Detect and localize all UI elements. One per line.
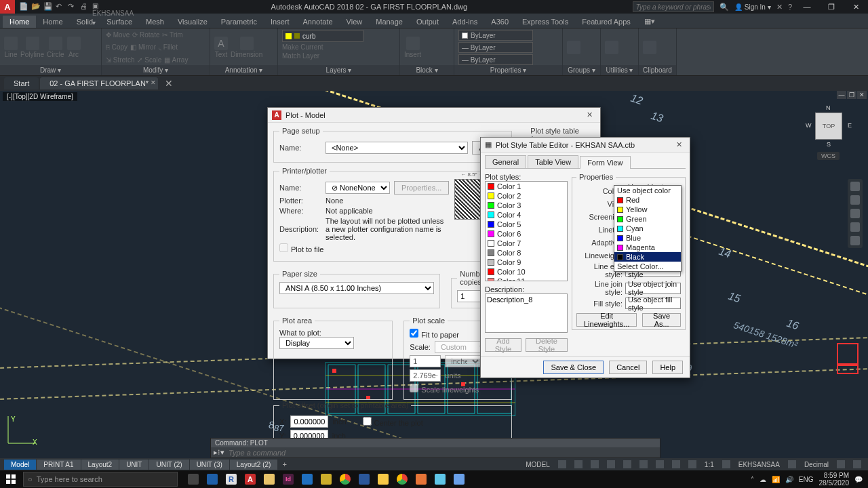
task-view-icon[interactable] xyxy=(184,471,202,487)
ribbon-tab-parametric[interactable]: Parametric xyxy=(214,16,264,28)
ribbon-tab-annotate[interactable]: Annotate xyxy=(296,16,340,28)
window-restore-button[interactable]: ❐ xyxy=(822,0,841,14)
tool-fillet[interactable]: ◟ Fillet xyxy=(159,43,178,51)
ribbon-tab-mesh[interactable]: Mesh xyxy=(139,16,171,28)
tray-notifications-icon[interactable]: 💬 xyxy=(854,476,863,483)
app-ytm-icon[interactable] xyxy=(450,471,468,487)
tool-stretch[interactable]: ⇲ Stretch xyxy=(106,56,134,64)
plotter-properties-button[interactable]: Properties... xyxy=(394,181,449,195)
window-close-button[interactable]: ✕ xyxy=(846,0,865,14)
vp-min-icon[interactable]: — xyxy=(837,91,846,99)
tray-clock[interactable]: 8:59 PM28/5/2020 xyxy=(819,472,850,487)
color-option[interactable]: Use object color xyxy=(614,186,681,195)
tool-move[interactable]: ✥ Move xyxy=(106,31,130,39)
tool-trim[interactable]: ✂ Trim xyxy=(162,31,182,39)
qat-save-icon[interactable]: 💾 xyxy=(43,2,53,12)
plot-style-item[interactable]: Color 3 xyxy=(486,201,567,210)
prop-linejoin[interactable]: Use object join style xyxy=(625,283,681,294)
ribbon-tab-surface[interactable]: Surface xyxy=(100,16,139,28)
help-icon[interactable]: ? xyxy=(788,3,792,11)
file-tab-start[interactable]: Start xyxy=(4,77,39,89)
tool-paste[interactable] xyxy=(643,41,656,54)
nav-zoom-icon[interactable] xyxy=(850,209,860,218)
signin-button[interactable]: 👤 Sign In ▾ xyxy=(734,3,771,11)
prop-linetype[interactable]: — ByLayer xyxy=(458,54,533,65)
layer-dropdown[interactable]: curb xyxy=(282,30,363,42)
status-grid-icon[interactable] xyxy=(558,460,566,468)
panel-groups-title[interactable]: Groups ▾ xyxy=(563,65,600,75)
plot-style-item[interactable]: Color 2 xyxy=(486,191,567,201)
status-polar-icon[interactable] xyxy=(607,460,615,468)
fit-to-paper-check[interactable]: Fit to paper xyxy=(410,331,459,339)
color-option[interactable]: Green xyxy=(614,214,681,224)
command-input[interactable] xyxy=(229,449,657,457)
prop-fill[interactable]: Use object fill style xyxy=(625,298,681,309)
plot-to-file-check[interactable]: Plot to file xyxy=(279,243,323,253)
ribbon-tab-output[interactable]: Output xyxy=(410,16,446,28)
layout-tab-unit3[interactable]: UNIT (3) xyxy=(190,460,229,470)
plot-style-item[interactable]: Color 9 xyxy=(486,258,567,267)
vp-max-icon[interactable]: ❐ xyxy=(847,91,856,99)
layout-tab-model[interactable]: Model xyxy=(4,460,36,470)
layout-tab-unit2[interactable]: UNIT (2) xyxy=(149,460,189,470)
tool-dimension[interactable]: Dimension xyxy=(231,37,262,58)
layer-match[interactable]: Match Layer xyxy=(282,52,319,60)
status-transparency-icon[interactable] xyxy=(688,460,696,468)
layout-tab-2[interactable]: Layout2 xyxy=(81,460,119,470)
status-monitor-icon[interactable] xyxy=(788,460,796,468)
tool-arc[interactable]: Arc xyxy=(67,37,81,58)
status-3dosnap-icon[interactable] xyxy=(639,460,648,468)
status-customize-icon[interactable] xyxy=(853,460,861,468)
tool-copy[interactable]: ⎘ Copy xyxy=(106,43,127,51)
layout-tab-add[interactable]: + xyxy=(278,460,290,468)
layout-tab-unit[interactable]: UNIT xyxy=(119,460,149,470)
pst-tab-tableview[interactable]: Table View xyxy=(528,155,578,168)
plotter-name-select[interactable]: ⊘ NoneNone xyxy=(326,182,390,194)
app-edge-icon[interactable] xyxy=(203,471,221,487)
app-autocad-icon[interactable]: A xyxy=(241,471,259,487)
plot-style-item[interactable]: Color 4 xyxy=(486,210,567,220)
panel-modify-title[interactable]: Modify ▾ xyxy=(102,65,210,75)
save-as-button[interactable]: Save As... xyxy=(642,313,681,327)
plot-dialog-titlebar[interactable]: A Plot - Model ✕ xyxy=(268,108,600,123)
app-chrome2-icon[interactable] xyxy=(393,471,411,487)
tool-polyline[interactable]: Polyline xyxy=(20,37,44,58)
panel-utilities-title[interactable]: Utilities ▾ xyxy=(601,65,638,75)
plot-styles-list[interactable]: Color 1Color 2Color 3Color 4Color 5Color… xyxy=(485,181,568,281)
tool-scale[interactable]: ⤢ Scale xyxy=(137,56,161,64)
layout-tab-layout22[interactable]: Layout2 (2) xyxy=(230,460,278,470)
color-option[interactable]: Red xyxy=(614,195,681,205)
status-gear-icon[interactable] xyxy=(722,460,730,468)
pst-description[interactable]: Description_8 xyxy=(485,293,568,333)
app-store-icon[interactable] xyxy=(298,471,316,487)
tool-mirror[interactable]: ◧ Mirror xyxy=(130,43,156,51)
ribbon-tab-view[interactable]: View xyxy=(340,16,370,28)
app-drive-icon[interactable] xyxy=(374,471,392,487)
status-wsname[interactable]: EKHSANSAA xyxy=(736,461,783,468)
tray-wifi-icon[interactable]: 📶 xyxy=(772,476,780,483)
ribbon-tab-visualize[interactable]: Visualize xyxy=(171,16,214,28)
viewport-label[interactable]: [-][Top][2D Wireframe] xyxy=(3,92,77,101)
prop-color[interactable]: ByLayer xyxy=(458,30,533,41)
panel-layers-title[interactable]: Layers ▾ xyxy=(278,65,399,75)
taskbar-search[interactable]: ○ Type here to search xyxy=(23,472,178,487)
viewcube-top[interactable]: TOP xyxy=(815,113,842,140)
tool-circle[interactable]: Circle xyxy=(47,37,64,58)
plot-style-item[interactable]: Color 1 xyxy=(486,182,567,191)
help-search-input[interactable] xyxy=(633,1,714,12)
pst-tab-formview[interactable]: Form View xyxy=(580,156,630,169)
status-snap-icon[interactable] xyxy=(574,460,583,468)
status-modelspace[interactable]: MODEL xyxy=(523,461,553,468)
ribbon-tab-express[interactable]: Express Tools xyxy=(515,16,575,28)
tool-group[interactable] xyxy=(567,41,580,54)
tray-chevron-icon[interactable]: ˄ xyxy=(751,476,754,483)
status-units[interactable]: Decimal xyxy=(802,461,831,468)
layer-make-current[interactable]: Make Current xyxy=(282,43,323,51)
what-to-plot-select[interactable]: Display xyxy=(279,337,354,349)
ribbon-tab-featured[interactable]: Featured Apps xyxy=(575,16,637,28)
edit-lineweights-button[interactable]: Edit Lineweights... xyxy=(576,313,637,327)
ribbon-tab-addins[interactable]: Add-ins xyxy=(446,16,484,28)
tool-array[interactable]: ▦ Array xyxy=(164,56,188,64)
tool-measure[interactable] xyxy=(605,41,618,54)
ribbon-tab-bim[interactable]: ▦▾ xyxy=(637,15,662,28)
